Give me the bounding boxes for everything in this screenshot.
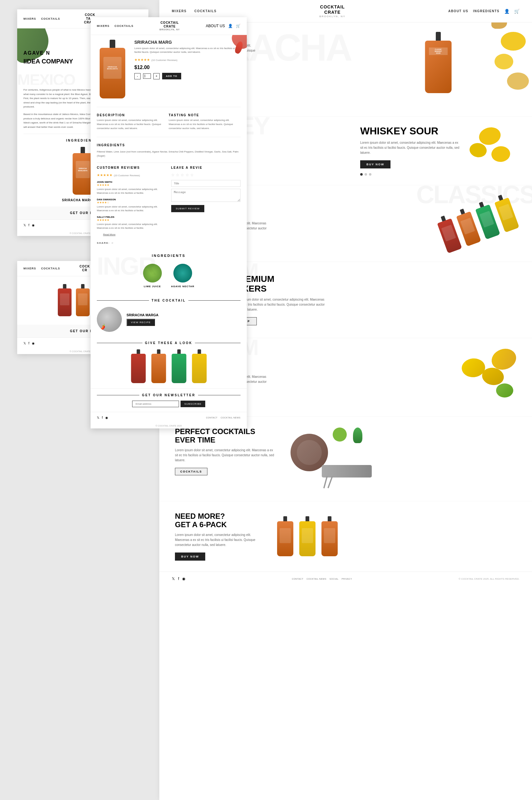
home-nav-right: ABOUT US INGREDIENTS 👤 🛒 xyxy=(448,9,519,14)
listing-facebook[interactable]: f xyxy=(28,341,30,345)
footer-instagram[interactable]: ◉ xyxy=(105,416,108,420)
footer-social-link[interactable]: SOCIAL xyxy=(329,578,339,580)
ing-instagram[interactable]: ◉ xyxy=(32,223,35,227)
cocktail-visual xyxy=(284,428,372,490)
nav-ingredients-link[interactable]: INGREDIENTS xyxy=(473,10,499,13)
star-5[interactable]: ☆ xyxy=(190,173,194,177)
cocktail-card: 🌶️ SRIRACHA MARGA VIEW RECIPE xyxy=(97,307,241,332)
instagram-icon[interactable]: ◉ xyxy=(182,577,185,581)
give-bottle-2 xyxy=(150,349,167,384)
product-nav-mixers[interactable]: MIXERS xyxy=(97,24,110,27)
description-section: DESCRIPTION Lorem ipsum dolor sit amet, … xyxy=(97,110,169,130)
ing-twitter[interactable]: 𝕏 xyxy=(23,223,26,227)
product-qty-row: - + ADD TO xyxy=(134,73,242,79)
product-user-icon[interactable]: 👤 xyxy=(228,24,233,28)
nav-about-link[interactable]: ABOUT US xyxy=(448,10,468,13)
footer-privacy-link[interactable]: PRIVACY xyxy=(342,578,353,580)
reviewer-3-stars: ★★★★★ xyxy=(97,219,167,222)
whiskey-buy-now-btn[interactable]: BUY NOW xyxy=(360,160,391,168)
ing-visual-title: INGREDIENTS xyxy=(97,254,241,258)
star-2[interactable]: ☆ xyxy=(176,173,179,177)
read-more-link[interactable]: Read More xyxy=(103,233,160,236)
perfect-cocktails-title: PERFECT COCKTAILSEVER TIME xyxy=(175,428,275,444)
lime-juice-item: LIME JUICE xyxy=(143,264,162,288)
product-cart-icon[interactable]: 🛒 xyxy=(236,24,241,28)
desc-text: Lorem ipsum dolor sit amet, consectetur … xyxy=(97,118,169,130)
twitter-icon[interactable]: 𝕏 xyxy=(172,577,175,581)
need-more-title: NEED MORE?GET A 6-PACK xyxy=(175,512,262,529)
product-hero-area: SRIRACHAMARGARITA SRIRACHA MARG Lorem ip… xyxy=(91,35,247,104)
ing-items-row: LIME JUICE AGAVE NECTAR xyxy=(97,264,241,288)
lime-cocktail-dec xyxy=(333,428,347,442)
agave-nectar-item: AGAVE NECTAR xyxy=(171,264,195,288)
product-nav-cocktails[interactable]: COCKTAILS xyxy=(115,24,134,27)
product-nav-icons: ABOUT US 👤 🛒 xyxy=(206,24,241,28)
six-pack-buy-btn[interactable]: BUY NOW xyxy=(175,553,205,561)
home-nav-left: MIXERS COCKTAILS xyxy=(172,10,216,13)
nav-cocktails-link[interactable]: COCKTAILS xyxy=(194,10,216,13)
ing-facebook[interactable]: f xyxy=(28,223,30,227)
herb-dec xyxy=(353,428,362,443)
dot-3[interactable] xyxy=(369,173,372,175)
product-qty-input[interactable] xyxy=(143,73,151,79)
reviewer-2-name: DAN SWANSON xyxy=(97,198,167,201)
listing-footer-social: 𝕏 f ◉ xyxy=(23,341,35,345)
product-nav-about[interactable]: ABOUT US xyxy=(206,24,225,28)
facebook-icon[interactable]: f xyxy=(178,577,179,581)
dot-1[interactable] xyxy=(360,173,363,175)
product-logo-sub: BROOKLYN, NY xyxy=(159,29,180,31)
reviews-col: CUSTOMER REVIEWS ★★★★★ (10 Customer Revi… xyxy=(97,166,167,238)
footer-cocktail-news-link[interactable]: COCKTAIL NEWS xyxy=(306,578,326,580)
nav-mixers-link[interactable]: MIXERS xyxy=(172,10,187,13)
listing-nav-cocktails[interactable]: COCKTAILS xyxy=(41,267,60,270)
footer-facebook[interactable]: f xyxy=(102,416,103,420)
ingredients-heading: INGREDIENTS xyxy=(91,140,247,148)
premium-mixers-title: PREMIUMMIXERS xyxy=(233,274,327,294)
divider-2 xyxy=(97,137,241,137)
cocktails-btn[interactable]: COCKTAILS xyxy=(175,468,207,475)
whiskey-sour-title: WHISKEY SOUR xyxy=(360,126,460,136)
review-message-field[interactable] xyxy=(171,189,241,202)
star-1[interactable]: ☆ xyxy=(171,173,175,177)
user-icon[interactable]: 👤 xyxy=(504,9,510,14)
give-section: GIVE THESE A LOOK xyxy=(91,337,247,388)
product-add-to-cart-btn[interactable]: ADD TO xyxy=(162,73,181,79)
submit-review-btn[interactable]: SUBMIT REVIEW xyxy=(171,205,205,212)
reviewer-3-text: Lorem ipsum dolor sit amet, consectetur … xyxy=(97,223,167,230)
desc-tasting-grid: DESCRIPTION Lorem ipsum dolor sit amet, … xyxy=(91,110,247,133)
footer-twitter[interactable]: 𝕏 xyxy=(97,416,99,420)
overall-count: (10 Customer Reviews) xyxy=(114,174,140,177)
listing-nav-mixers[interactable]: MIXERS xyxy=(23,267,36,270)
star-3[interactable]: ☆ xyxy=(180,173,184,177)
ing-nav-mixers[interactable]: MIXERS xyxy=(23,17,36,20)
view-recipe-btn[interactable]: VIEW RECIPE xyxy=(127,319,155,326)
reviews-title: CUSTOMER REVIEWS xyxy=(97,166,167,169)
ing-nav-cocktails[interactable]: COCKTAILS xyxy=(41,17,60,20)
newsletter-email-input[interactable] xyxy=(132,401,179,407)
hero-bg-mexico: MEXICO xyxy=(17,72,75,85)
dot-2[interactable] xyxy=(364,173,367,175)
perfect-cocktails-section: PERFECT COCKTAILSEVER TIME Lorem ipsum d… xyxy=(159,416,532,501)
mixers-bottles-group xyxy=(278,205,516,242)
cocktail-detail-section: THE COCKTAIL 🌶️ SRIRACHA MARGA VIEW RECI… xyxy=(91,294,247,337)
lemons-decoration xyxy=(454,349,516,405)
footer-news[interactable]: COCKTAIL NEWS xyxy=(221,416,241,419)
footer-contact[interactable]: CONTACT xyxy=(206,416,218,419)
ingredients-list: Filtered Water, Lime Juice (not from con… xyxy=(91,148,247,160)
footer-contact-link[interactable]: CONTACT xyxy=(292,578,303,580)
cart-icon[interactable]: 🛒 xyxy=(514,9,519,14)
qty-minus-btn[interactable]: - xyxy=(134,73,140,79)
qty-plus-btn[interactable]: + xyxy=(153,73,159,79)
product-copyright: © COCKTAIL CRATE 2025 xyxy=(91,423,247,428)
newsletter-subscribe-btn[interactable]: SUBSCRIBE xyxy=(180,401,205,407)
review-title-field[interactable] xyxy=(171,180,241,187)
listing-instagram[interactable]: ◉ xyxy=(32,341,35,345)
reviewer-3: SALLY FIELDS ★★★★★ Lorem ipsum dolor sit… xyxy=(97,216,167,230)
reviewer-2-text: Lorem ipsum dolor sit amet, consectetur … xyxy=(97,205,167,212)
star-4[interactable]: ☆ xyxy=(186,173,189,177)
listing-twitter[interactable]: 𝕏 xyxy=(23,341,26,345)
carousel-dots xyxy=(360,173,460,175)
reviewer-1: JOHN SMITH ★★★★★ Lorem ipsum dolor sit a… xyxy=(97,181,167,195)
hero-bottle: CLASSICWHISKEYSOUR xyxy=(423,32,454,94)
reviewer-1-text: Lorem ipsum dolor sit amet, consectetur … xyxy=(97,187,167,195)
